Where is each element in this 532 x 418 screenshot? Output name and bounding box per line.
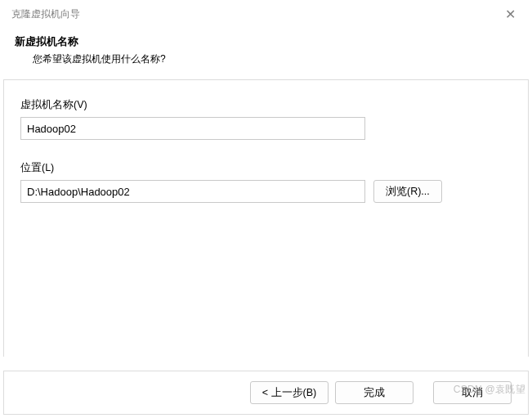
content-panel: 虚拟机名称(V) 位置(L) 浏览(R)...: [3, 79, 529, 357]
location-row: 浏览(R)...: [20, 180, 512, 203]
finish-button[interactable]: 完成: [335, 381, 414, 404]
titlebar: 克隆虚拟机向导 ✕: [0, 0, 532, 28]
wizard-button-bar: < 上一步(B) 完成 取消: [3, 371, 529, 415]
close-icon[interactable]: ✕: [500, 5, 521, 24]
page-subtitle: 您希望该虚拟机使用什么名称?: [15, 52, 517, 66]
window-title: 克隆虚拟机向导: [11, 7, 80, 21]
vm-name-label: 虚拟机名称(V): [20, 98, 512, 112]
browse-button[interactable]: 浏览(R)...: [373, 180, 442, 203]
page-title: 新虚拟机名称: [15, 34, 517, 49]
cancel-button[interactable]: 取消: [433, 381, 512, 404]
vm-name-group: 虚拟机名称(V): [20, 98, 512, 140]
vm-name-input[interactable]: [20, 117, 365, 140]
wizard-header: 新虚拟机名称 您希望该虚拟机使用什么名称?: [0, 28, 532, 76]
location-label: 位置(L): [20, 161, 512, 175]
location-input[interactable]: [20, 180, 365, 203]
location-group: 位置(L) 浏览(R)...: [20, 161, 512, 203]
back-button[interactable]: < 上一步(B): [250, 381, 329, 404]
